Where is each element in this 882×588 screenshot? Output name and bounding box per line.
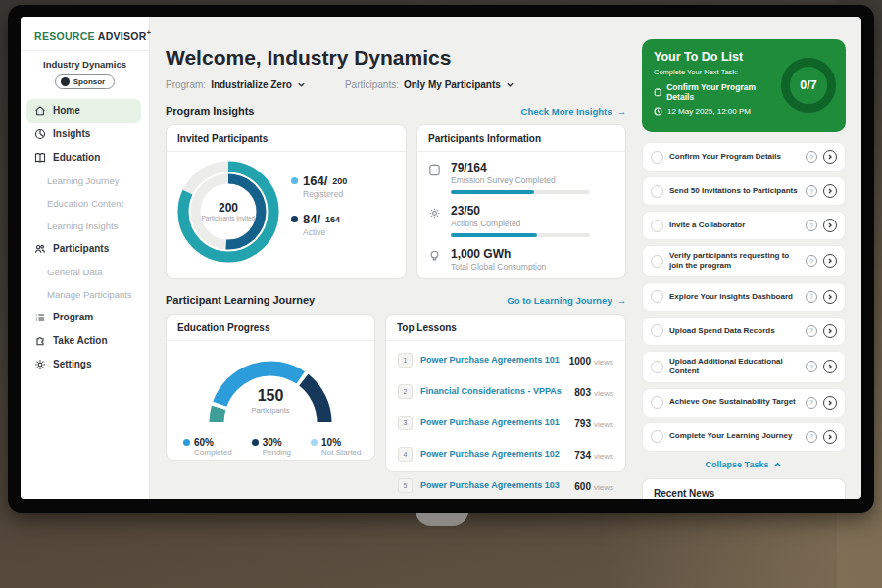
chevron-right-icon[interactable] xyxy=(823,219,837,232)
sidebar-item-label: Participants xyxy=(53,243,109,254)
checkbox[interactable] xyxy=(651,151,663,164)
link-label: Collapse Tasks xyxy=(706,460,769,469)
task-row-upload-educational-content[interactable]: Upload Additional Educational Content ? xyxy=(642,351,846,383)
task-list: Confirm Your Program Details ? Send 50 I… xyxy=(642,142,846,452)
task-row-upload-spend-data[interactable]: Upload Spend Data Records ? xyxy=(642,317,846,346)
sidebar-item-insights[interactable]: Insights xyxy=(21,122,149,146)
chevron-right-icon[interactable] xyxy=(823,184,837,198)
task-row-complete-learning-journey[interactable]: Complete Your Learning Journey ? xyxy=(642,422,846,452)
task-label: Complete Your Learning Journey xyxy=(669,426,800,446)
lesson-link[interactable]: Power Purchase Agreements 102 xyxy=(420,449,566,459)
legend-label: Completed xyxy=(194,448,232,457)
collapse-tasks-link[interactable]: Collapse Tasks xyxy=(642,460,846,469)
task-row-achieve-target[interactable]: Achieve One Sustainability Target ? xyxy=(642,388,846,417)
sidebar-item-learning-insights[interactable]: Learning Insights xyxy=(21,215,149,237)
task-label: Explore Your Insights Dashboard xyxy=(669,287,800,307)
check-more-insights-link[interactable]: Check More Insights → xyxy=(521,106,626,117)
program-filter-dropdown[interactable]: Program: Industrialize Zero xyxy=(166,79,306,90)
chevron-right-icon[interactable] xyxy=(823,150,837,164)
task-label: Verify participants requesting to join t… xyxy=(669,246,800,276)
info-icon[interactable]: ? xyxy=(806,431,817,443)
go-to-learning-journey-link[interactable]: Go to Learning Journey → xyxy=(507,295,626,306)
checkbox[interactable] xyxy=(651,220,663,232)
lightbulb-icon xyxy=(428,247,443,276)
sidebar-item-learning-journey[interactable]: Learning Journey xyxy=(21,170,149,192)
link-label: Check More Insights xyxy=(521,106,612,117)
legend-registered: 164/200 Registered xyxy=(291,173,347,199)
chevron-right-icon[interactable] xyxy=(823,290,837,304)
rank-badge: 1 xyxy=(398,353,413,368)
rank-badge: 3 xyxy=(398,416,413,430)
sidebar-item-program[interactable]: Program xyxy=(21,306,149,329)
task-label: Invite a Collaborator xyxy=(669,216,800,235)
list-icon xyxy=(34,312,46,323)
lesson-link[interactable]: Power Purchase Agreements 101 xyxy=(420,355,562,365)
checkbox[interactable] xyxy=(651,430,663,443)
link-label: Go to Learning Journey xyxy=(507,295,612,306)
lesson-link[interactable]: Financial Considerations - VPPAs xyxy=(420,386,566,396)
card-title: Education Progress xyxy=(167,315,374,341)
chevron-right-icon[interactable] xyxy=(823,430,837,444)
sidebar-item-label: Settings xyxy=(53,359,91,369)
sidebar-item-participants[interactable]: Participants xyxy=(21,237,149,261)
checkbox[interactable] xyxy=(651,290,663,303)
book-icon xyxy=(34,152,46,164)
program-filter-value: Industrialize Zero xyxy=(211,79,292,90)
checkbox[interactable] xyxy=(651,255,663,268)
task-row-confirm-program[interactable]: Confirm Your Program Details ? xyxy=(642,142,846,172)
todo-title: Your To Do List xyxy=(654,50,775,64)
task-row-send-invitations[interactable]: Send 50 Invitations to Participants ? xyxy=(642,176,846,206)
info-icon[interactable]: ? xyxy=(806,185,817,197)
participants-filter-label: Participants: xyxy=(345,79,399,90)
chevron-right-icon[interactable] xyxy=(823,396,837,410)
checkbox[interactable] xyxy=(651,324,663,337)
info-icon[interactable]: ? xyxy=(806,325,817,337)
legend-pct: 30% xyxy=(263,437,282,448)
sidebar-item-settings[interactable]: Settings xyxy=(21,353,149,376)
participants-filter-dropdown[interactable]: Participants: Only My Participants xyxy=(345,79,514,90)
sidebar-item-manage-participants[interactable]: Manage Participants xyxy=(21,283,149,306)
sidebar-item-general-data[interactable]: General Data xyxy=(21,261,149,283)
info-icon[interactable]: ? xyxy=(806,255,817,267)
chevron-right-icon[interactable] xyxy=(823,254,837,268)
info-icon[interactable]: ? xyxy=(806,291,817,303)
chevron-down-icon xyxy=(297,80,306,89)
task-row-invite-collaborator[interactable]: Invite a Collaborator ? xyxy=(642,211,846,240)
program-insights-heading: Program Insights xyxy=(166,105,254,117)
legend-pct: 10% xyxy=(321,437,341,448)
legend-active: 84/164 Active xyxy=(291,212,347,237)
legend-label: Active xyxy=(303,227,347,237)
todo-next-task: Confirm Your Program Details xyxy=(666,82,775,102)
lesson-link[interactable]: Power Purchase Agreements 103 xyxy=(420,480,566,490)
clipboard-icon xyxy=(654,87,662,97)
checkbox[interactable] xyxy=(651,185,663,198)
sponsor-label: Sponsor xyxy=(74,77,105,86)
sidebar-item-education[interactable]: Education xyxy=(21,146,149,170)
task-row-explore-insights[interactable]: Explore Your Insights Dashboard ? xyxy=(642,282,846,312)
info-icon[interactable]: ? xyxy=(806,151,817,163)
card-title: Top Lessons xyxy=(386,315,625,341)
arrow-right-icon: → xyxy=(617,106,627,117)
metric-label: Total Global Consumption xyxy=(451,262,546,271)
invited-donut-chart: 200 Participants Invited xyxy=(177,161,279,263)
views-count: 803 xyxy=(574,387,591,398)
sidebar-item-take-action[interactable]: Take Action xyxy=(21,329,149,353)
gauge-legend: 60% Completed 30% Pending 10% Not Starte… xyxy=(177,437,364,457)
chevron-right-icon[interactable] xyxy=(823,360,837,373)
arrow-right-icon: → xyxy=(617,295,627,306)
logo-primary: RESOURCE xyxy=(34,30,95,42)
views-count: 600 xyxy=(574,481,591,492)
task-row-verify-participants[interactable]: Verify participants requesting to join t… xyxy=(642,245,846,277)
info-icon[interactable]: ? xyxy=(806,361,817,372)
info-icon[interactable]: ? xyxy=(806,397,817,409)
sidebar-item-home[interactable]: Home xyxy=(26,99,141,122)
chevron-right-icon[interactable] xyxy=(823,324,837,338)
app-logo: RESOURCE ADVISOR+ xyxy=(21,17,149,50)
checkbox[interactable] xyxy=(651,396,663,409)
legend-label: Not Started xyxy=(321,448,361,457)
checkbox[interactable] xyxy=(651,361,663,373)
main-content: Welcome, Industry Dynamics Program: Indu… xyxy=(150,17,637,499)
sidebar-item-education-content[interactable]: Education Content xyxy=(21,192,149,215)
info-icon[interactable]: ? xyxy=(806,220,817,231)
lesson-link[interactable]: Power Purchase Agreements 101 xyxy=(420,417,566,427)
